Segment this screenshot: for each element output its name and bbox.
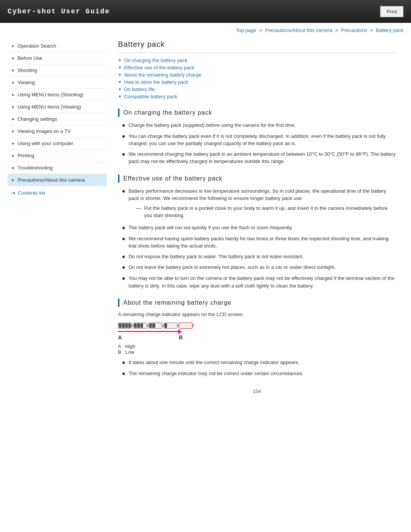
- toc-item-charging[interactable]: ▼ On charging the battery pack: [118, 58, 396, 63]
- effective-bullet-1: ● Battery performance decreases in low t…: [122, 187, 396, 221]
- section-effective: Effective use of the battery pack ● Batt…: [118, 174, 396, 289]
- bar-3: [140, 323, 143, 328]
- bar-2: [122, 323, 124, 328]
- sidebar-item-viewing-tv[interactable]: ► Viewing images on a TV: [8, 125, 107, 137]
- effective-bullet-5: ● Do not leave the battery pack in extre…: [122, 264, 396, 272]
- sidebar-item-changing-settings[interactable]: ► Changing settings: [8, 113, 107, 125]
- bullet-icon: ●: [122, 235, 126, 243]
- toc-link: On charging the battery pack: [124, 58, 188, 63]
- toc-item-store[interactable]: ▼ How to store the battery pack: [118, 79, 396, 85]
- effective-sub-1: — Put the battery pack in a pocket close…: [136, 204, 396, 219]
- breadcrumb-top[interactable]: Top page: [236, 27, 256, 33]
- arrow-icon: ►: [11, 178, 15, 182]
- bar-1: [180, 323, 182, 328]
- toc-triangle-icon: ▼: [118, 58, 122, 62]
- effective-bullet-3: ● We recommend having spare battery pack…: [122, 235, 396, 250]
- breadcrumb-precautions-about[interactable]: Precautions/About this camera: [265, 27, 332, 33]
- toc-triangle-icon: ▼: [118, 66, 122, 70]
- remaining-text-2: The remaining charge indicator may not b…: [129, 370, 304, 377]
- remaining-text-1: It takes about one minute until the corr…: [129, 359, 299, 366]
- bullet-icon: ●: [122, 187, 126, 195]
- charging-bullet-list: ● Charge the battery pack (supplied) bef…: [118, 121, 396, 165]
- charging-text-2: You can charge the battery pack even if …: [129, 133, 396, 147]
- section-remaining: About the remaining battery charge A rem…: [118, 299, 396, 378]
- toc-triangle-icon: ▼: [118, 94, 122, 99]
- page-header: Cyber-shot User Guide Print: [0, 0, 411, 23]
- charging-bullet-3: ● We recommend charging the battery pack…: [122, 150, 396, 165]
- breadcrumb-precautions[interactable]: Precautions: [341, 27, 367, 33]
- bullet-icon: ●: [122, 133, 126, 141]
- effective-text-1-wrapper: Battery performance decreases in low tem…: [129, 187, 396, 221]
- arrow-icon: ►: [11, 166, 15, 170]
- effective-bullet-2: ● The battery pack will run out quickly …: [122, 224, 396, 232]
- bar-4: [189, 323, 192, 328]
- charge-arrow-row: [118, 330, 396, 334]
- bar-1: [149, 323, 152, 328]
- battery-icon-quarter: [164, 323, 177, 329]
- effective-text-2: The battery pack will run out quickly if…: [129, 224, 293, 232]
- battery-icon-three-quarter: [133, 323, 147, 329]
- bar-2: [152, 323, 155, 328]
- charging-bullet-1: ● Charge the battery pack (supplied) bef…: [122, 121, 396, 129]
- sidebar-item-precautions[interactable]: ► Precautions/About this camera: [8, 174, 107, 186]
- seg-bars: [164, 323, 177, 328]
- battery-icons-row: [118, 323, 396, 329]
- toc-item-effective[interactable]: ▼ Effective use of the battery pack: [118, 65, 396, 70]
- bar-1: [134, 323, 137, 328]
- toc-triangle-icon: ▼: [118, 87, 122, 91]
- breadcrumb-battery-pack[interactable]: Battery pack: [376, 27, 403, 33]
- arrow-icon: ►: [11, 44, 15, 48]
- battery-icon-full: [118, 323, 132, 329]
- sidebar-item-operation-search[interactable]: ► Operation Search: [8, 40, 107, 52]
- bar-4: [174, 323, 177, 328]
- effective-text-6: You may not be able to turn on the camer…: [129, 275, 396, 289]
- toc-triangle-icon: ▼: [118, 73, 122, 77]
- toc-link: Effective use of the battery pack: [124, 65, 194, 70]
- arrow-icon: ►: [11, 117, 15, 121]
- arrow-icon: ►: [11, 80, 15, 85]
- sidebar-label: Using with your computer: [18, 141, 73, 146]
- charge-labels: A : High B : Low: [118, 343, 396, 355]
- sidebar-item-shooting[interactable]: ► Shooting: [8, 64, 107, 77]
- toc-item-compatible[interactable]: ▼ Compatible battery pack: [118, 94, 396, 99]
- page-title: Battery pack: [118, 40, 396, 53]
- sidebar-item-computer[interactable]: ► Using with your computer: [8, 137, 107, 150]
- contents-list-link[interactable]: ➔ Contents list: [8, 186, 107, 200]
- page-number: 154: [118, 381, 396, 398]
- sidebar-item-printing[interactable]: ► Printing: [8, 150, 107, 162]
- charge-label-row: A B: [118, 334, 183, 340]
- sidebar-item-menu-shooting[interactable]: ► Using MENU items (Shooting): [8, 89, 107, 101]
- sidebar-item-troubleshooting[interactable]: ► Troubleshooting: [8, 162, 107, 174]
- section-title-charging: On charging the battery pack: [123, 109, 212, 116]
- bar-3: [186, 323, 189, 328]
- bullet-icon: ●: [122, 253, 126, 261]
- bar-4: [128, 323, 131, 328]
- charge-label-a: A : High: [118, 343, 396, 349]
- toc-item-remaining[interactable]: ▼ About the remaining battery charge: [118, 72, 396, 78]
- effective-text-3: We recommend having spare battery packs …: [129, 235, 396, 250]
- sidebar-label: Printing: [18, 153, 34, 158]
- sidebar-item-menu-viewing[interactable]: ► Using MENU items (Viewing): [8, 101, 107, 113]
- charging-text-1: Charge the battery pack (supplied) befor…: [129, 121, 296, 129]
- seg-bars: [149, 323, 161, 328]
- bullet-icon: ●: [122, 275, 126, 283]
- sidebar-item-before-use[interactable]: ► Before Use: [8, 52, 107, 64]
- app-title: Cyber-shot User Guide: [8, 8, 110, 15]
- contents-arrow-icon: ➔: [11, 190, 16, 196]
- breadcrumb-sep-2: >: [335, 27, 339, 33]
- toc-item-life[interactable]: ▼ On battery life: [118, 86, 396, 92]
- arrow-icon: ►: [11, 56, 15, 60]
- seg-bars: [180, 323, 192, 328]
- arrow-icon: ►: [11, 105, 15, 109]
- label-b: B: [179, 334, 183, 340]
- bar-3: [125, 323, 128, 328]
- print-button[interactable]: Print: [380, 6, 403, 17]
- main-content: Battery pack ▼ On charging the battery p…: [110, 40, 407, 409]
- section-bar-icon: [118, 299, 119, 307]
- bar-2: [167, 323, 170, 328]
- sidebar-label: Viewing images on a TV: [18, 128, 71, 134]
- sidebar-item-viewing[interactable]: ► Viewing: [8, 77, 107, 89]
- bullet-icon: ●: [122, 359, 126, 367]
- bar-4: [159, 323, 161, 328]
- sidebar-label: Troubleshooting: [18, 165, 53, 171]
